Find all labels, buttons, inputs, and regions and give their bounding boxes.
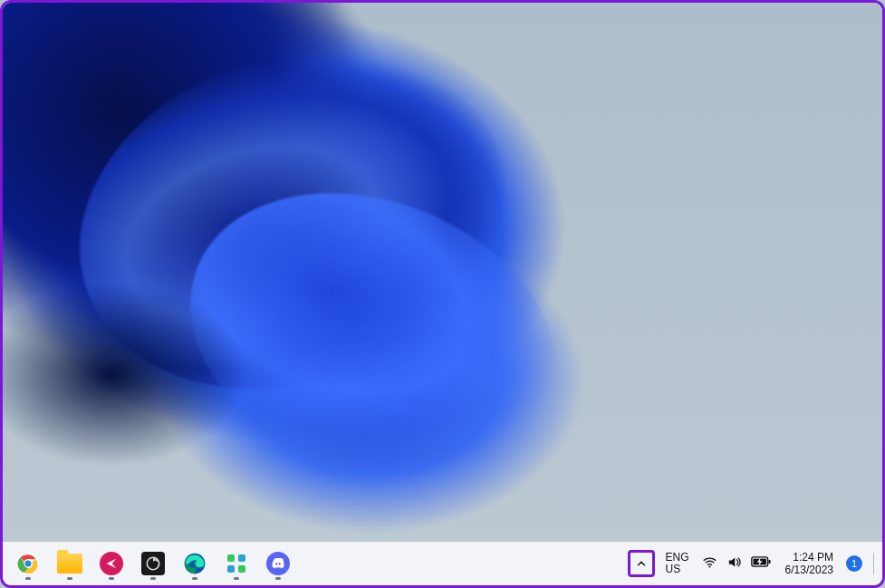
notification-badge[interactable]: 1 — [846, 555, 862, 572]
language-line2: US — [666, 564, 689, 575]
taskbar-pinned-apps — [8, 545, 298, 582]
volume-icon — [726, 554, 742, 574]
taskbar-app-file-explorer[interactable] — [50, 545, 90, 582]
svg-rect-8 — [238, 565, 245, 573]
running-indicator — [25, 577, 31, 580]
taskbar: ENG US 1:24 PM 6/13/2023 1 — [3, 542, 882, 585]
svg-point-9 — [708, 565, 710, 567]
taskbar-app-edge[interactable] — [175, 545, 215, 582]
taskbar-app-discord[interactable] — [258, 545, 298, 582]
language-indicator[interactable]: ENG US — [662, 545, 693, 582]
chevron-up-icon — [628, 550, 655, 577]
running-indicator — [150, 577, 156, 580]
clock[interactable]: 1:24 PM 6/13/2023 — [780, 545, 839, 582]
running-indicator — [67, 577, 72, 580]
discord-icon — [265, 551, 291, 576]
taskbar-app-obs[interactable] — [133, 545, 173, 582]
desktop-wallpaper[interactable] — [3, 3, 882, 542]
taskbar-app-chrome[interactable] — [8, 545, 48, 582]
svg-rect-5 — [227, 554, 235, 562]
running-indicator — [109, 577, 114, 580]
show-desktop-button[interactable] — [873, 553, 877, 574]
battery-icon — [751, 555, 771, 572]
system-tray: ENG US 1:24 PM 6/13/2023 1 — [624, 545, 877, 582]
quick-settings[interactable] — [697, 545, 776, 582]
svg-rect-7 — [227, 565, 235, 573]
chrome-icon — [15, 551, 41, 576]
clock-date: 6/13/2023 — [785, 564, 833, 576]
tray-overflow-button[interactable] — [624, 545, 659, 582]
running-indicator — [275, 577, 281, 580]
running-indicator — [192, 577, 197, 580]
svg-rect-11 — [768, 560, 770, 564]
wifi-icon — [702, 554, 717, 574]
four-squares-icon — [224, 551, 249, 576]
svg-rect-6 — [238, 554, 245, 562]
taskbar-app-screenpresso[interactable] — [91, 545, 131, 582]
notification-count: 1 — [851, 558, 857, 569]
obs-icon — [140, 551, 166, 576]
edge-icon — [182, 551, 207, 576]
running-indicator — [234, 577, 239, 580]
taskbar-app-green[interactable] — [216, 545, 256, 582]
svg-point-2 — [24, 560, 31, 566]
screenpresso-icon — [99, 551, 124, 576]
folder-icon — [57, 551, 82, 576]
clock-time: 1:24 PM — [785, 551, 833, 564]
